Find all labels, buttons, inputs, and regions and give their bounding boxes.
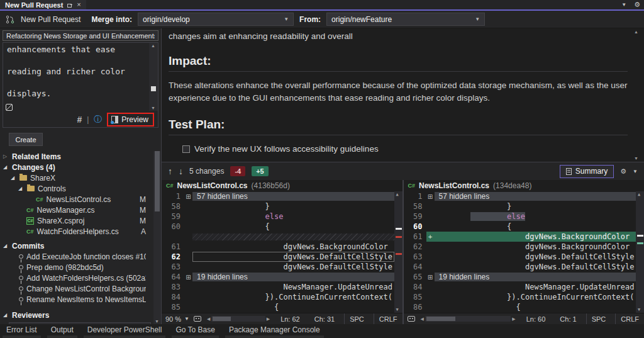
info-icon[interactable]: ⓘ	[94, 114, 102, 125]
space-mode-indicator[interactable]: SPC	[344, 313, 369, 324]
code-line[interactable]: 84 }).ContinueInCurrentContext(	[162, 292, 394, 302]
code-line[interactable]: 85 }).ContinueInCurrentContext(	[404, 292, 636, 302]
window-dropdown-icon[interactable]: ▼	[621, 2, 626, 8]
expand-icon[interactable]: ⊞	[184, 274, 192, 281]
from-dropdown[interactable]: origin/newFeature ▼	[326, 13, 485, 26]
code-line[interactable]: 59 else	[162, 211, 394, 222]
scroll-down-icon[interactable]: ▼	[638, 307, 640, 312]
markdown-scrollbar[interactable]: ▲ ▼	[633, 30, 640, 161]
eol-indicator[interactable]: CRLF	[615, 313, 644, 324]
description-scrollbar[interactable]: ▲ ▼	[149, 43, 158, 111]
summary-button[interactable]: Summary	[560, 165, 614, 178]
scroll-right-icon[interactable]: ▶	[265, 317, 271, 322]
scrollbar-thumb[interactable]	[213, 317, 231, 321]
expand-icon[interactable]: ⊞	[426, 193, 435, 200]
create-button[interactable]: Create	[9, 133, 43, 146]
hidden-lines-row[interactable]: 64 ⊞ 19 hidden lines	[162, 272, 394, 282]
code-line[interactable]: 60 {	[162, 222, 394, 232]
scroll-down-icon[interactable]: ▼	[634, 156, 638, 161]
code-line[interactable]: 85 {	[162, 302, 394, 312]
hidden-lines-row[interactable]: 65 ⊞ 19 hidden lines	[404, 272, 636, 282]
base-vertical-scrollbar[interactable]: ▲ ▼	[394, 191, 402, 313]
tab-developer-powershell[interactable]: Developer PowerShell	[82, 325, 167, 338]
chevron-expanded-icon[interactable]: ◢	[11, 175, 16, 181]
section-reviewers[interactable]: ◢ Reviewers	[0, 310, 161, 320]
commit-item[interactable]: Prep demo (982bdc5d)	[0, 262, 161, 273]
code-line[interactable]: 58 }	[404, 201, 636, 211]
chevron-expanded-icon[interactable]: ◢	[18, 186, 24, 191]
gear-icon[interactable]: ⚙	[634, 1, 640, 9]
commit-item[interactable]: Change NewsListControl Background Color …	[0, 283, 161, 294]
code-line[interactable]: 58 }	[162, 201, 394, 211]
scrollbar-thumb[interactable]	[396, 228, 402, 230]
tab-output[interactable]: Output	[46, 325, 79, 338]
scroll-up-icon[interactable]: ▲	[634, 30, 638, 34]
chevron-right-icon[interactable]: ▷	[3, 154, 9, 159]
pr-description-editor[interactable]: enhancements that ease reading and riche…	[3, 42, 158, 128]
chevron-expanded-icon[interactable]: ◢	[3, 164, 9, 170]
commit-item[interactable]: Add WatchFoldersHelpers.cs (502a3629)	[0, 273, 161, 283]
base-horizontal-scrollbar[interactable]: ◀ ▶	[206, 313, 271, 324]
scrollbar-thumb[interactable]	[155, 151, 160, 211]
scrollbar-thumb[interactable]	[637, 235, 643, 237]
task-checkbox[interactable]	[182, 145, 190, 153]
folder-sharex[interactable]: ◢ ShareX	[0, 172, 161, 183]
code-line[interactable]: 83 NewsManager.UpdateUnread	[162, 282, 394, 292]
chevron-expanded-icon[interactable]: ◢	[3, 312, 9, 318]
pin-icon[interactable]	[67, 3, 72, 8]
scroll-down-icon[interactable]: ▼	[155, 319, 159, 324]
space-mode-indicator[interactable]: SPC	[586, 313, 611, 324]
scroll-down-icon[interactable]: ▼	[151, 106, 155, 110]
scroll-down-icon[interactable]: ▼	[396, 307, 399, 312]
merge-into-dropdown[interactable]: origin/develop ▼	[138, 13, 294, 26]
tab-error-list[interactable]: Error List	[1, 325, 42, 338]
added-code-line[interactable]: 61 + dgvNews.BackgroundColor	[404, 232, 636, 242]
tree-scrollbar[interactable]: ▼	[153, 151, 161, 324]
reviewers-input[interactable]	[9, 322, 151, 324]
zoom-selector[interactable]: 90 % ▼	[165, 315, 189, 323]
scroll-left-icon[interactable]: ◀	[206, 317, 211, 322]
hidden-lines-row[interactable]: 1 ⊞ 57 hidden lines	[404, 191, 636, 201]
next-change-icon[interactable]: ↓	[179, 166, 183, 176]
tab-new-pull-request[interactable]: New Pull Request ×	[0, 0, 86, 9]
work-item-hash-icon[interactable]: #	[77, 115, 82, 125]
code-line[interactable]: 86 {	[404, 302, 636, 312]
scroll-up-icon[interactable]: ▲	[396, 192, 399, 197]
scrollbar-thumb[interactable]	[426, 317, 455, 321]
file-sharex-csproj[interactable]: C# ShareX.csproj M	[0, 215, 161, 226]
scroll-right-icon[interactable]: ▶	[511, 317, 516, 322]
new-horizontal-scrollbar[interactable]: ◀ ▶	[419, 313, 517, 324]
code-line[interactable]: 64 dgvNews.DefaultCellStyle	[404, 262, 636, 272]
chevron-down-icon[interactable]: ▼	[633, 169, 638, 174]
new-code-area[interactable]: 1 ⊞ 57 hidden lines 58 } 59 else	[404, 191, 644, 313]
section-commits[interactable]: ◢ Commits	[0, 240, 161, 251]
file-newsmanager[interactable]: C# NewsManager.cs M	[0, 205, 161, 215]
code-line[interactable]: 63 dgvNews.DefaultCellStyle	[404, 252, 636, 262]
code-line[interactable]: 62 dgvNews.BackgroundColor	[404, 242, 636, 252]
scroll-up-icon[interactable]: ▲	[151, 43, 155, 48]
preview-button[interactable]: Preview	[107, 113, 154, 127]
code-line[interactable]: 59 else	[404, 211, 636, 222]
diff-settings-gear-icon[interactable]: ⚙	[620, 167, 626, 176]
commit-item[interactable]: Add ExecuteJob function closes #10 (134d…	[0, 251, 161, 262]
copilot-icon[interactable]	[194, 316, 201, 322]
close-icon[interactable]: ×	[77, 1, 80, 8]
previous-change-icon[interactable]: ↑	[168, 166, 172, 176]
description-text[interactable]: enhancements that ease reading and riche…	[7, 44, 148, 111]
eol-indicator[interactable]: CRLF	[374, 313, 402, 324]
file-newslistcontrol[interactable]: C# NewsListControl.cs M	[0, 194, 161, 205]
chevron-expanded-icon[interactable]: ◢	[3, 243, 9, 249]
code-line[interactable]: 63 dgvNews.DefaultCellStyle	[162, 262, 394, 272]
section-related-items[interactable]: ▷ Related Items	[0, 151, 161, 162]
tab-go-to-base[interactable]: Go To Base	[170, 325, 219, 338]
scroll-up-icon[interactable]: ▲	[638, 192, 640, 197]
commit-item[interactable]: Rename NewsItems to NewsItemsList #19 (7	[0, 294, 161, 305]
expand-icon[interactable]: ⊞	[184, 193, 192, 200]
section-changes[interactable]: ◢ Changes (4)	[0, 162, 161, 172]
copilot-icon[interactable]	[408, 316, 415, 322]
hidden-lines-row[interactable]: 1 ⊞ 57 hidden lines	[162, 191, 394, 201]
new-vertical-scrollbar[interactable]: ▲ ▼	[636, 191, 644, 313]
scroll-left-icon[interactable]: ◀	[419, 317, 425, 322]
expand-icon[interactable]: ⊞	[426, 274, 435, 281]
folder-controls[interactable]: ◢ Controls	[0, 183, 161, 194]
